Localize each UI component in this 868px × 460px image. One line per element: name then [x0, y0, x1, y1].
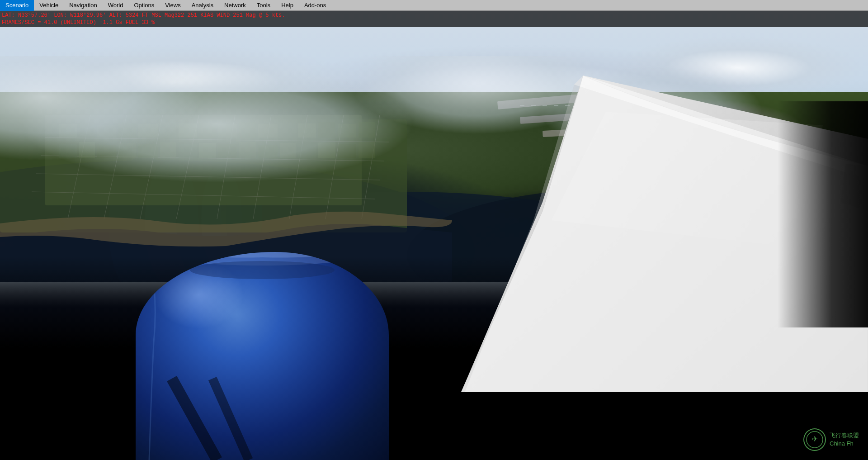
svg-line-68	[172, 379, 217, 460]
watermark-label: 飞行春联盟 China Fh	[830, 432, 859, 448]
svg-line-69	[212, 379, 249, 460]
svg-text:✈: ✈	[812, 435, 818, 443]
engine-nacelle	[136, 252, 389, 460]
engine-body	[136, 252, 389, 460]
menu-options[interactable]: Options	[128, 0, 160, 11]
menu-tools[interactable]: Tools	[251, 0, 276, 11]
menu-bar: Scenario Vehicle Navigation World Option…	[0, 0, 868, 11]
menu-help[interactable]: Help	[276, 0, 299, 11]
menu-analysis[interactable]: Analysis	[186, 0, 219, 11]
menu-views[interactable]: Views	[160, 0, 186, 11]
propeller-shadow	[778, 101, 868, 327]
flight-viewport: ✈ 飞行春联盟 China Fh	[0, 11, 868, 460]
watermark: ✈ 飞行春联盟 China Fh	[803, 428, 859, 451]
status-line-1: LAT: N33°57.26' LON: W118°29.96' ALT: 53…	[2, 12, 866, 19]
engine-detail-svg	[136, 252, 389, 460]
menu-scenario[interactable]: Scenario	[0, 0, 34, 11]
menu-addons[interactable]: Add-ons	[299, 0, 331, 11]
status-line-2: FRAMES/SEC = 41.0 (UNLIMITED) +1.1 Gs FU…	[2, 19, 866, 26]
status-bar: LAT: N33°57.26' LON: W118°29.96' ALT: 53…	[0, 11, 868, 27]
menu-network[interactable]: Network	[219, 0, 251, 11]
watermark-logo: ✈	[803, 428, 826, 451]
menu-world[interactable]: World	[103, 0, 129, 11]
menu-vehicle[interactable]: Vehicle	[34, 0, 64, 11]
svg-point-70	[190, 261, 335, 279]
menu-navigation[interactable]: Navigation	[64, 0, 102, 11]
